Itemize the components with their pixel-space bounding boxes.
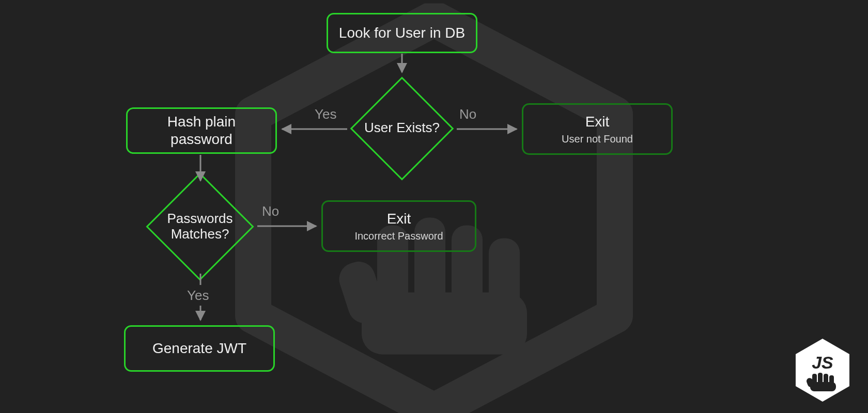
node-exit-user-title: Exit (585, 113, 610, 131)
node-hash-password: Hash plain password (126, 107, 277, 154)
svg-rect-4 (489, 238, 520, 313)
node-exit-user-not-found: Exit User not Found (522, 103, 673, 155)
node-generate-jwt: Generate JWT (124, 325, 275, 372)
node-hash-password-label: Hash plain password (137, 113, 266, 148)
svg-rect-20 (810, 382, 836, 391)
node-lookup-user-label: Look for User in DB (339, 24, 465, 42)
decision-passwords-matches (146, 172, 254, 280)
node-exit-user-sub: User not Found (562, 133, 633, 145)
node-lookup-user: Look for User in DB (327, 13, 477, 53)
node-exit-pw-title: Exit (387, 210, 411, 228)
edge-label-pw-matches-yes: Yes (187, 288, 209, 304)
js-hexagon-logo-icon: JS (792, 337, 854, 404)
svg-rect-5 (362, 292, 527, 354)
edge-label-user-exists-yes: Yes (315, 106, 336, 122)
decision-user-exists (350, 77, 454, 181)
node-exit-pw-sub: Incorrect Password (354, 230, 443, 242)
node-exit-incorrect-password: Exit Incorrect Password (321, 200, 476, 252)
svg-text:JS: JS (812, 353, 833, 372)
node-generate-jwt-label: Generate JWT (152, 340, 246, 357)
edge-label-user-exists-no: No (459, 106, 476, 122)
edge-label-pw-matches-no: No (262, 203, 279, 219)
svg-rect-6 (335, 258, 389, 328)
